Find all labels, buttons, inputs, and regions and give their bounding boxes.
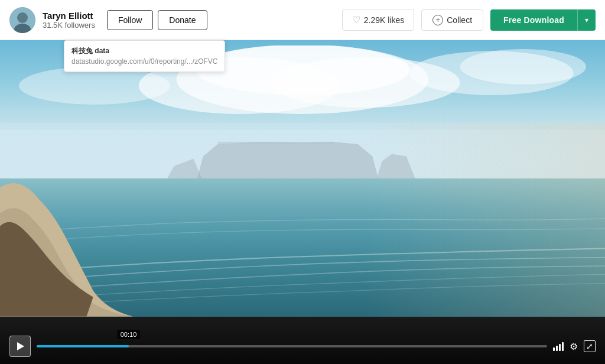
svg-point-9 <box>19 67 170 105</box>
video-controls: 00:10 ⚙ ⤢ <box>0 317 605 364</box>
download-chevron-button[interactable]: ▾ <box>577 9 596 31</box>
signal-icon <box>553 342 564 351</box>
collect-button[interactable]: + Collect <box>421 9 483 31</box>
settings-icon[interactable]: ⚙ <box>570 341 578 352</box>
tooltip-url: datastudio.google.com/u/0/reporting/.../… <box>71 56 217 67</box>
right-section: ♡ 2.29K likes + Collect Free Download ▾ <box>342 9 596 31</box>
download-group: Free Download ▾ <box>490 9 596 31</box>
plus-circle-icon: + <box>432 15 443 25</box>
chevron-down-icon: ▾ <box>585 16 588 24</box>
play-button[interactable] <box>9 336 31 357</box>
svg-rect-11 <box>218 142 334 144</box>
progress-bar[interactable]: 00:10 <box>37 345 547 347</box>
video-frame <box>0 40 605 317</box>
signal-bar-4 <box>562 342 564 351</box>
warm-haze <box>363 123 605 317</box>
follow-button[interactable]: Follow <box>107 10 153 30</box>
download-button[interactable]: Free Download <box>490 9 577 31</box>
signal-bar-1 <box>553 347 555 351</box>
fullscreen-icon[interactable]: ⤢ <box>584 340 596 352</box>
user-actions: Follow Donate <box>107 10 207 30</box>
controls-right: ⚙ ⤢ <box>553 340 596 352</box>
user-followers: 31.5K followers <box>43 21 95 30</box>
user-section: Taryn Elliott 31.5K followers Follow Don… <box>9 7 207 33</box>
progress-fill <box>37 345 129 347</box>
likes-section[interactable]: ♡ 2.29K likes <box>342 9 414 31</box>
progress-area: 00:10 ⚙ ⤢ <box>9 336 596 357</box>
heart-icon: ♡ <box>352 14 360 25</box>
tooltip: 科技兔 data datastudio.google.com/u/0/repor… <box>64 40 225 72</box>
user-name: Taryn Elliott <box>43 11 95 21</box>
svg-point-8 <box>460 49 586 84</box>
user-info: Taryn Elliott 31.5K followers <box>43 11 95 30</box>
donate-button[interactable]: Donate <box>158 10 207 30</box>
tooltip-title: 科技兔 data <box>71 46 217 56</box>
signal-bar-3 <box>559 344 561 351</box>
beach-svg <box>0 123 133 317</box>
collect-label: Collect <box>447 15 472 25</box>
time-badge: 00:10 <box>117 330 141 339</box>
signal-bar-2 <box>556 346 558 351</box>
likes-count: 2.29K likes <box>364 15 404 25</box>
play-icon <box>17 342 24 350</box>
page-header: Taryn Elliott 31.5K followers Follow Don… <box>0 0 605 40</box>
avatar <box>9 7 35 33</box>
svg-point-1 <box>17 12 28 23</box>
svg-point-6 <box>196 46 410 95</box>
video-container[interactable]: 00:10 ⚙ ⤢ <box>0 40 605 364</box>
